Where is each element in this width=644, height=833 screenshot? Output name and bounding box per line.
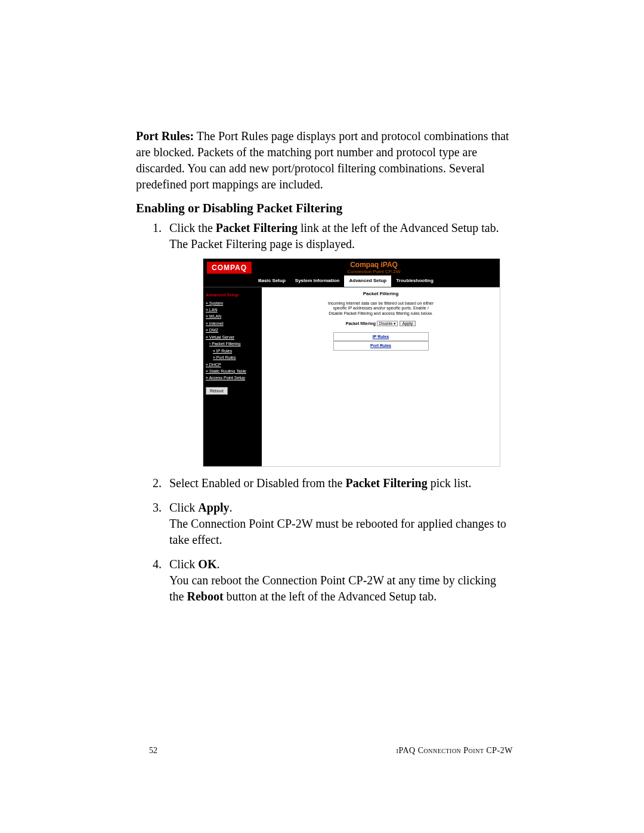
step-text: Click OK. [169, 558, 219, 571]
content-description: Incoming internet data can be filtered o… [327, 301, 435, 316]
rules-table: IP Rules Port Rules [333, 332, 429, 351]
sidebar-packet-filtering[interactable]: › Packet Filtering [209, 341, 259, 346]
footer-title: iPAQ Connection Point CP-2W [397, 746, 513, 755]
step-number: 1. [153, 220, 162, 236]
page-body: Port Rules: The Port Rules page displays… [0, 0, 644, 605]
sidebar-dhcp[interactable]: » DHCP [206, 362, 259, 367]
router-header: COMPAQ Compaq iPAQ Connection Point CP-2… [203, 259, 500, 275]
ip-rules-link[interactable]: IP Rules [373, 335, 389, 339]
packet-filtering-select[interactable]: Disable ▾ [377, 321, 398, 326]
page-footer: 52 iPAQ Connection Point CP-2W [149, 746, 513, 755]
router-screenshot: COMPAQ Compaq iPAQ Connection Point CP-2… [203, 258, 500, 467]
filter-row: Packet filtering Disable ▾ Apply [268, 321, 494, 327]
port-rules-row: Port Rules [333, 341, 429, 350]
tab-troubleshooting[interactable]: Troubleshooting [391, 275, 438, 287]
step-text: Click the Packet Filtering link at the l… [169, 221, 499, 234]
sidebar-system[interactable]: » System [206, 301, 259, 306]
step-text: Click Apply. [169, 501, 233, 514]
apply-button[interactable]: Apply [400, 321, 416, 326]
sidebar-ip-rules[interactable]: » IP Rules [213, 348, 259, 354]
ip-rules-row: IP Rules [333, 332, 429, 341]
tab-system-information[interactable]: System Information [290, 275, 345, 287]
sidebar-access-point-setup[interactable]: » Access Point Setup [206, 375, 259, 380]
step-3: 3. Click Apply. The Connection Point CP-… [153, 500, 513, 548]
sidebar-virtual-server[interactable]: » Virtual Server [206, 335, 259, 340]
step-result: You can reboot the Connection Point CP-2… [169, 572, 513, 605]
section-heading: Enabling or Disabling Packet Filtering [136, 200, 513, 216]
page-number: 52 [149, 746, 157, 755]
reboot-button[interactable]: Reboot [206, 387, 228, 395]
step-number: 2. [153, 475, 162, 491]
router-title: Compaq iPAQ Connection Point CP-2W [252, 261, 496, 274]
router-tabs: Basic Setup System Information Advanced … [203, 275, 500, 287]
tab-advanced-setup[interactable]: Advanced Setup [344, 275, 391, 287]
compaq-logo: COMPAQ [207, 262, 252, 274]
tab-basic-setup[interactable]: Basic Setup [253, 275, 290, 287]
sidebar-internet[interactable]: » Internet [206, 321, 259, 326]
steps-list: 1. Click the Packet Filtering link at th… [153, 220, 513, 605]
router-sidebar: Advanced Setup » System » LAN » WLAN » I… [203, 287, 262, 466]
router-body: Advanced Setup » System » LAN » WLAN » I… [203, 287, 500, 466]
router-content: Packet Filtering Incoming internet data … [262, 287, 500, 466]
sidebar-heading: Advanced Setup [206, 292, 259, 298]
step-1: 1. Click the Packet Filtering link at th… [153, 220, 513, 467]
step-number: 3. [153, 500, 162, 516]
step-number: 4. [153, 556, 162, 572]
sidebar-dmz[interactable]: » DMZ [206, 327, 259, 333]
sidebar-static-routing-table[interactable]: » Static Routing Table [206, 368, 259, 374]
step-result: The Packet Filtering page is displayed. [169, 236, 513, 252]
port-rules-link[interactable]: Port Rules [370, 343, 391, 348]
step-result: The Connection Point CP-2W must be reboo… [169, 516, 513, 548]
step-2: 2. Select Enabled or Disabled from the P… [153, 475, 513, 491]
intro-paragraph: Port Rules: The Port Rules page displays… [136, 128, 513, 193]
step-4: 4. Click OK. You can reboot the Connecti… [153, 556, 513, 605]
sidebar-port-rules[interactable]: » Port Rules [213, 355, 259, 360]
sidebar-wlan[interactable]: » WLAN [206, 314, 259, 319]
content-title: Packet Filtering [268, 291, 494, 298]
filter-label: Packet filtering [346, 321, 376, 326]
sidebar-lan[interactable]: » LAN [206, 307, 259, 312]
port-rules-label: Port Rules: [136, 129, 194, 143]
step-text: Select Enabled or Disabled from the Pack… [169, 476, 472, 490]
